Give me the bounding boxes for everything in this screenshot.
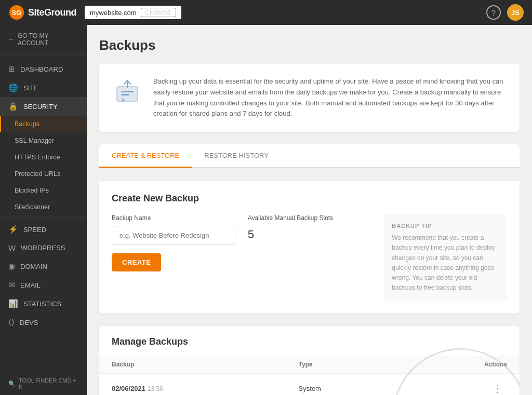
blocked-label: Blocked IPs [15,187,49,194]
sidebar-item-statistics[interactable]: 📊 STATISTICS [0,294,87,313]
backup-name-label: Backup Name [112,214,235,222]
tool-finder[interactable]: 🔍 TOOL FINDER CMD + K [0,372,87,395]
sidebar-item-sitescanner[interactable]: SiteScanner [0,199,87,215]
sidebar-item-label: WORDPRESS [21,244,65,252]
site-icon: 🌐 [8,83,18,92]
go-back-arrow: ← [8,36,15,43]
current-site: mywebsite.com [90,9,137,17]
sidebar-item-protected-urls[interactable]: Protected URLs [0,166,87,182]
dashboard-icon: ⊞ [8,64,15,74]
sitescanner-label: SiteScanner [15,203,50,211]
backup-name-input[interactable] [112,226,235,245]
sidebar-item-https-enforce[interactable]: HTTPS Enforce [0,149,87,166]
create-backup-title: Create New Backup [112,193,507,204]
go-back-link[interactable]: ← GO TO MY ACCOUNT [0,25,87,55]
create-button[interactable]: CREATE [112,253,161,271]
sidebar: ← GO TO MY ACCOUNT ⊞ DASHBOARD 🌐 SITE 🔒 … [0,25,87,395]
backup-slots-label: Available Manual Backup Slots [248,214,371,222]
sidebar-item-label: SECURITY [23,103,58,111]
help-button[interactable]: ? [486,5,501,20]
sidebar-item-backups[interactable]: Backups [0,116,87,132]
main-content: Backups Backing up your data is essentia… [87,25,532,395]
domain-icon: ◉ [8,262,15,271]
backup-tip-title: BACKUP TIP [392,223,499,229]
user-avatar[interactable]: JS [507,4,524,21]
create-backup-card: Create New Backup Backup Name CREATE Ava… [99,181,520,314]
svg-text:SG: SG [12,9,22,17]
tabs: CREATE & RESTORE RESTORE HISTORY [99,144,520,168]
dropdown-wrapper: ⋮ [488,381,507,395]
email-icon: ✉ [8,280,15,290]
backup-tip-text: We recommend that you create a backup ev… [392,233,499,293]
search-icon: 🔍 [8,380,16,387]
tab-create-restore[interactable]: CREATE & RESTORE [99,144,192,168]
sidebar-item-label: SPEED [23,226,46,234]
logo: SG SiteGround [8,4,76,21]
col-backup: Backup [99,356,286,374]
https-label: HTTPS Enforce [15,154,60,161]
backup-actions: ⋮ [402,374,520,395]
info-banner: Backing up your data is essential for th… [99,64,520,132]
manage-backups-title: Manage Backups [99,326,520,356]
sidebar-item-dashboard[interactable]: ⊞ DASHBOARD [0,60,87,78]
backup-slots-value: 5 [248,226,371,241]
go-back-label: GO TO MY ACCOUNT [18,32,78,47]
sidebar-item-email[interactable]: ✉ EMAIL [0,276,87,294]
topbar-left: SG SiteGround mywebsite.com CHANGE [8,4,181,21]
topbar: SG SiteGround mywebsite.com CHANGE ? JS [0,0,532,25]
backups-table: Backup Type Actions 02/06/2021 13:56Syst… [99,356,520,395]
sidebar-section-main: ⊞ DASHBOARD 🌐 SITE 🔒 SECURITY Backups SS… [0,55,87,337]
sidebar-item-label: DASHBOARD [20,65,63,73]
table-row: 02/06/2021 13:56System⋮ [99,374,520,395]
wordpress-icon: W [8,243,16,252]
sidebar-item-wordpress[interactable]: W WORDPRESS [0,239,87,257]
page-title: Backups [99,37,520,53]
col-type: Type [286,356,403,374]
sidebar-item-label: SITE [23,84,38,92]
sidebar-item-speed[interactable]: ⚡ SPEED [0,220,87,239]
protected-label: Protected URLs [15,170,60,178]
statistics-icon: 📊 [8,299,18,308]
site-selector[interactable]: mywebsite.com CHANGE [85,6,181,19]
sidebar-item-label: STATISTICS [23,300,61,308]
backup-slots-group: Available Manual Backup Slots 5 [248,214,371,301]
svg-rect-3 [121,91,134,92]
sidebar-item-domain[interactable]: ◉ DOMAIN [0,257,87,276]
backup-date: 02/06/2021 13:56 [99,374,286,395]
sidebar-item-label: DOMAIN [20,263,47,270]
sidebar-item-label: DEVS [20,319,38,326]
svg-rect-4 [121,94,129,96]
security-icon: 🔒 [8,102,18,111]
manage-backups-section: Manage Backups Backup Type Actions 02/06… [99,326,520,395]
actions-dots-button[interactable]: ⋮ [488,381,507,395]
change-site-button[interactable]: CHANGE [141,8,176,17]
backup-illustration [112,76,143,107]
table-header-row: Backup Type Actions [99,356,520,374]
sidebar-item-label: EMAIL [20,281,41,289]
sidebar-item-blocked-ips[interactable]: Blocked IPs [0,182,87,199]
info-text: Backing up your data is essential for th… [153,76,507,119]
backup-tip-box: BACKUP TIP We recommend that you create … [383,214,507,301]
sidebar-item-ssl-manager[interactable]: SSL Manager [0,132,87,149]
backup-name-group: Backup Name CREATE [112,214,235,301]
tool-finder-label: TOOL FINDER CMD + K [19,377,78,390]
tab-restore-history[interactable]: RESTORE HISTORY [192,144,281,168]
sidebar-item-site[interactable]: 🌐 SITE [0,78,87,97]
backup-type: System [286,374,403,395]
sidebar-divider [0,217,87,218]
speed-icon: ⚡ [8,225,18,234]
sidebar-item-devs[interactable]: ⟨⟩ DEVS [0,313,87,332]
topbar-right: ? JS [486,4,524,21]
devs-icon: ⟨⟩ [8,318,15,327]
col-actions: Actions [402,356,520,374]
sidebar-item-security[interactable]: 🔒 SECURITY [0,97,87,116]
backups-label: Backups [15,120,39,128]
backup-form: Backup Name CREATE Available Manual Back… [112,214,507,301]
logo-text: SiteGround [28,7,76,18]
ssl-label: SSL Manager [15,137,54,144]
